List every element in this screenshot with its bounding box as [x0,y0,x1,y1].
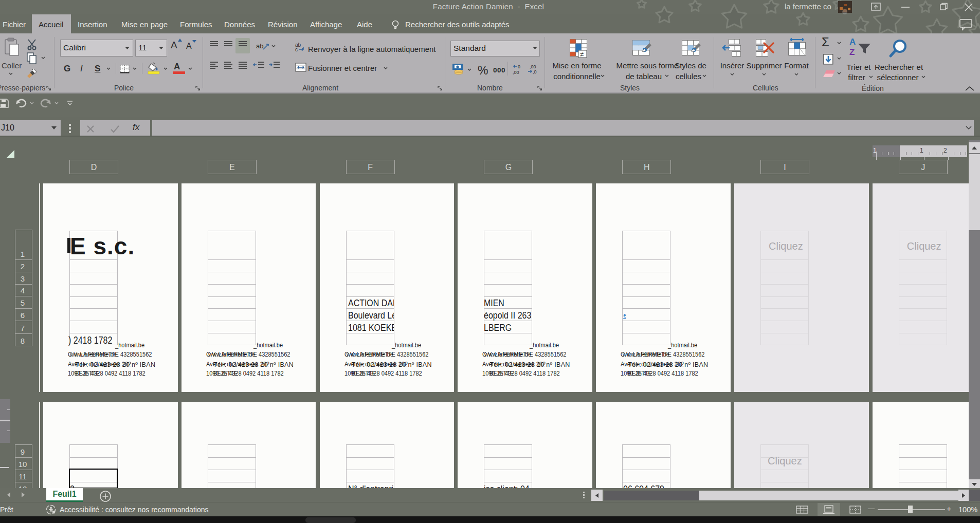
svg-text:c: c [295,47,298,52]
svg-text:≠: ≠ [580,50,584,58]
svg-text:,00: ,00 [513,70,519,75]
svg-text:0: 0 [518,64,520,69]
svg-text:ab: ab [256,42,263,50]
